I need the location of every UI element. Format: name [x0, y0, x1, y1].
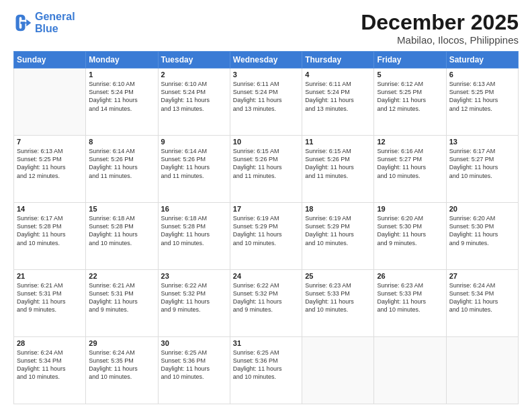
calendar-cell: 31Sunrise: 6:25 AM Sunset: 5:36 PM Dayli… — [230, 337, 302, 404]
day-info: Sunrise: 6:23 AM Sunset: 5:33 PM Dayligh… — [305, 281, 371, 314]
day-info: Sunrise: 6:18 AM Sunset: 5:28 PM Dayligh… — [89, 214, 154, 247]
day-info: Sunrise: 6:19 AM Sunset: 5:29 PM Dayligh… — [305, 214, 371, 247]
day-number: 8 — [89, 138, 154, 146]
day-number: 1 — [89, 71, 154, 79]
day-info: Sunrise: 6:24 AM Sunset: 5:34 PM Dayligh… — [17, 349, 83, 381]
calendar-cell: 18Sunrise: 6:19 AM Sunset: 5:29 PM Dayli… — [302, 203, 374, 270]
day-number: 29 — [89, 339, 154, 347]
calendar-cell: 11Sunrise: 6:15 AM Sunset: 5:26 PM Dayli… — [302, 136, 374, 203]
calendar-cell: 7Sunrise: 6:13 AM Sunset: 5:25 PM Daylig… — [14, 136, 86, 203]
day-number: 28 — [17, 339, 83, 347]
day-number: 26 — [377, 272, 443, 280]
logo-line2: Blue — [35, 23, 75, 35]
day-info: Sunrise: 6:21 AM Sunset: 5:31 PM Dayligh… — [89, 281, 154, 314]
day-number: 14 — [17, 205, 83, 213]
day-info: Sunrise: 6:25 AM Sunset: 5:36 PM Dayligh… — [161, 349, 227, 381]
day-number: 10 — [233, 138, 299, 146]
calendar-header-saturday: Saturday — [446, 52, 518, 68]
day-number: 11 — [305, 138, 371, 146]
day-number: 21 — [17, 272, 83, 280]
subtitle: Mabilao, Ilocos, Philippines — [361, 34, 519, 46]
calendar-cell: 3Sunrise: 6:11 AM Sunset: 5:24 PM Daylig… — [230, 68, 302, 136]
day-number: 30 — [161, 339, 227, 347]
calendar-week-4: 21Sunrise: 6:21 AM Sunset: 5:31 PM Dayli… — [14, 270, 519, 337]
day-number: 22 — [89, 272, 154, 280]
logo-text-block: General Blue — [35, 11, 75, 34]
calendar-cell: 20Sunrise: 6:20 AM Sunset: 5:30 PM Dayli… — [446, 203, 518, 270]
day-number: 2 — [161, 71, 227, 79]
day-info: Sunrise: 6:23 AM Sunset: 5:33 PM Dayligh… — [377, 281, 443, 314]
day-info: Sunrise: 6:14 AM Sunset: 5:26 PM Dayligh… — [161, 147, 227, 180]
calendar-cell: 30Sunrise: 6:25 AM Sunset: 5:36 PM Dayli… — [158, 337, 230, 404]
calendar-cell: 27Sunrise: 6:24 AM Sunset: 5:34 PM Dayli… — [446, 270, 518, 337]
day-info: Sunrise: 6:20 AM Sunset: 5:30 PM Dayligh… — [377, 214, 443, 247]
calendar-cell: 24Sunrise: 6:22 AM Sunset: 5:32 PM Dayli… — [230, 270, 302, 337]
calendar-cell: 26Sunrise: 6:23 AM Sunset: 5:33 PM Dayli… — [374, 270, 446, 337]
day-number: 12 — [377, 138, 443, 146]
day-number: 17 — [233, 205, 299, 213]
day-info: Sunrise: 6:25 AM Sunset: 5:36 PM Dayligh… — [233, 349, 299, 381]
calendar-cell: 22Sunrise: 6:21 AM Sunset: 5:31 PM Dayli… — [86, 270, 158, 337]
day-info: Sunrise: 6:13 AM Sunset: 5:25 PM Dayligh… — [449, 80, 515, 113]
day-number: 25 — [305, 272, 371, 280]
calendar-header-wednesday: Wednesday — [230, 52, 302, 68]
calendar-header-tuesday: Tuesday — [158, 52, 230, 68]
day-info: Sunrise: 6:15 AM Sunset: 5:26 PM Dayligh… — [305, 147, 371, 180]
calendar-header-thursday: Thursday — [302, 52, 374, 68]
day-number: 5 — [377, 71, 443, 79]
calendar-cell: 28Sunrise: 6:24 AM Sunset: 5:34 PM Dayli… — [14, 337, 86, 404]
logo-line2-text: Blue — [35, 23, 58, 34]
calendar-week-5: 28Sunrise: 6:24 AM Sunset: 5:34 PM Dayli… — [14, 337, 519, 404]
day-info: Sunrise: 6:18 AM Sunset: 5:28 PM Dayligh… — [161, 214, 227, 247]
day-info: Sunrise: 6:17 AM Sunset: 5:27 PM Dayligh… — [449, 147, 515, 180]
calendar-cell: 1Sunrise: 6:10 AM Sunset: 5:24 PM Daylig… — [86, 68, 158, 136]
calendar-week-2: 7Sunrise: 6:13 AM Sunset: 5:25 PM Daylig… — [14, 136, 519, 203]
day-info: Sunrise: 6:11 AM Sunset: 5:24 PM Dayligh… — [305, 80, 371, 113]
day-info: Sunrise: 6:24 AM Sunset: 5:35 PM Dayligh… — [89, 349, 154, 381]
calendar-cell — [302, 337, 374, 404]
calendar-cell: 2Sunrise: 6:10 AM Sunset: 5:24 PM Daylig… — [158, 68, 230, 136]
day-info: Sunrise: 6:11 AM Sunset: 5:24 PM Dayligh… — [233, 80, 299, 113]
main-title: December 2025 — [361, 11, 519, 34]
day-info: Sunrise: 6:12 AM Sunset: 5:25 PM Dayligh… — [377, 80, 443, 113]
day-number: 18 — [305, 205, 371, 213]
calendar-week-3: 14Sunrise: 6:17 AM Sunset: 5:28 PM Dayli… — [14, 203, 519, 270]
day-number: 19 — [377, 205, 443, 213]
calendar-cell: 13Sunrise: 6:17 AM Sunset: 5:27 PM Dayli… — [446, 136, 518, 203]
calendar-cell: 14Sunrise: 6:17 AM Sunset: 5:28 PM Dayli… — [14, 203, 86, 270]
day-info: Sunrise: 6:14 AM Sunset: 5:26 PM Dayligh… — [89, 147, 154, 180]
calendar-cell: 17Sunrise: 6:19 AM Sunset: 5:29 PM Dayli… — [230, 203, 302, 270]
day-number: 15 — [89, 205, 154, 213]
calendar-cell: 21Sunrise: 6:21 AM Sunset: 5:31 PM Dayli… — [14, 270, 86, 337]
day-number: 6 — [449, 71, 515, 79]
calendar-cell: 8Sunrise: 6:14 AM Sunset: 5:26 PM Daylig… — [86, 136, 158, 203]
title-block: December 2025 Mabilao, Ilocos, Philippin… — [361, 11, 519, 46]
day-number: 31 — [233, 339, 299, 347]
calendar-table: SundayMondayTuesdayWednesdayThursdayFrid… — [13, 51, 519, 404]
day-info: Sunrise: 6:16 AM Sunset: 5:27 PM Dayligh… — [377, 147, 443, 180]
calendar-header-sunday: Sunday — [14, 52, 86, 68]
day-number: 20 — [449, 205, 515, 213]
day-info: Sunrise: 6:10 AM Sunset: 5:24 PM Dayligh… — [89, 80, 154, 113]
calendar-cell: 16Sunrise: 6:18 AM Sunset: 5:28 PM Dayli… — [158, 203, 230, 270]
calendar-cell: 25Sunrise: 6:23 AM Sunset: 5:33 PM Dayli… — [302, 270, 374, 337]
day-number: 23 — [161, 272, 227, 280]
day-info: Sunrise: 6:22 AM Sunset: 5:32 PM Dayligh… — [161, 281, 227, 314]
calendar-header-row: SundayMondayTuesdayWednesdayThursdayFrid… — [14, 52, 519, 68]
day-info: Sunrise: 6:13 AM Sunset: 5:25 PM Dayligh… — [17, 147, 83, 180]
day-info: Sunrise: 6:22 AM Sunset: 5:32 PM Dayligh… — [233, 281, 299, 314]
day-info: Sunrise: 6:10 AM Sunset: 5:24 PM Dayligh… — [161, 80, 227, 113]
calendar-cell: 15Sunrise: 6:18 AM Sunset: 5:28 PM Dayli… — [86, 203, 158, 270]
day-number: 24 — [233, 272, 299, 280]
calendar-cell: 23Sunrise: 6:22 AM Sunset: 5:32 PM Dayli… — [158, 270, 230, 337]
day-info: Sunrise: 6:20 AM Sunset: 5:30 PM Dayligh… — [449, 214, 515, 247]
calendar-header-monday: Monday — [86, 52, 158, 68]
day-number: 7 — [17, 138, 83, 146]
header: General Blue December 2025 Mabilao, Iloc… — [13, 11, 519, 46]
logo-line1-text: General — [35, 11, 75, 22]
logo: General Blue — [13, 11, 75, 34]
day-info: Sunrise: 6:21 AM Sunset: 5:31 PM Dayligh… — [17, 281, 83, 314]
day-number: 9 — [161, 138, 227, 146]
calendar-cell: 12Sunrise: 6:16 AM Sunset: 5:27 PM Dayli… — [374, 136, 446, 203]
calendar-header-friday: Friday — [374, 52, 446, 68]
